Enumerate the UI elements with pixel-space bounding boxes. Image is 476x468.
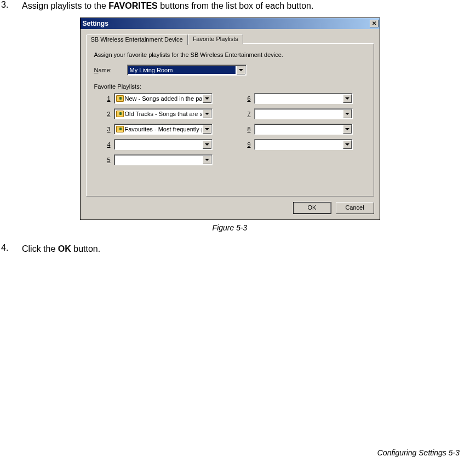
slot-number: 6 bbox=[245, 95, 251, 102]
playlist-dropdown-2[interactable]: Old Tracks - Songs that are seld bbox=[114, 108, 213, 119]
slots-container: 1New - Songs added in the past m2Old Tra… bbox=[94, 93, 366, 165]
playlist-icon bbox=[116, 110, 124, 118]
playlist-dropdown-5[interactable] bbox=[114, 154, 213, 165]
step-3-bold: FAVORITES bbox=[108, 1, 158, 10]
playlist-dropdown-6[interactable] bbox=[254, 93, 353, 104]
slot-number: 7 bbox=[245, 111, 251, 117]
slots-col-left: 1New - Songs added in the past m2Old Tra… bbox=[105, 93, 213, 165]
playlist-value: Old Tracks - Songs that are seld bbox=[114, 110, 202, 118]
dialog-figure: Settings ✕ SB Wireless Entertainment Dev… bbox=[0, 18, 460, 220]
tabs: SB Wireless Entertainment Device Favorit… bbox=[86, 33, 380, 44]
dropdown-arrow-icon[interactable] bbox=[237, 66, 245, 74]
playlist-value: Favourites - Most frequently-play bbox=[114, 125, 202, 133]
step-3-num: 3. bbox=[0, 0, 22, 10]
dropdown-arrow-icon[interactable] bbox=[343, 125, 352, 134]
favorite-playlists-label: Favorite Playlists: bbox=[94, 83, 366, 90]
step-4-text: Click the OK button. bbox=[22, 243, 460, 255]
step-4: 4. Click the OK button. bbox=[0, 243, 460, 255]
step-4-num: 4. bbox=[0, 243, 22, 253]
close-button[interactable]: ✕ bbox=[370, 20, 378, 27]
playlist-slot-6: 6 bbox=[245, 93, 353, 104]
tab-favorite-playlists[interactable]: Favorite Playlists bbox=[188, 34, 243, 44]
slot-number: 9 bbox=[245, 141, 251, 148]
dropdown-arrow-icon[interactable] bbox=[203, 140, 211, 149]
step-3: 3. Assign playlists to the FAVORITES but… bbox=[0, 0, 460, 12]
playlist-value: New - Songs added in the past m bbox=[114, 95, 202, 102]
button-row: OK Cancel bbox=[81, 202, 380, 219]
page-footer: Configuring Settings 5-3 bbox=[377, 448, 460, 457]
dropdown-arrow-icon[interactable] bbox=[203, 155, 211, 164]
playlist-icon bbox=[116, 95, 124, 102]
playlist-dropdown-3[interactable]: Favourites - Most frequently-play bbox=[114, 124, 213, 135]
step-4-bold: OK bbox=[58, 244, 71, 253]
playlist-text: Favourites - Most frequently-play bbox=[125, 126, 202, 132]
dropdown-arrow-icon[interactable] bbox=[343, 140, 352, 149]
playlist-dropdown-4[interactable] bbox=[114, 139, 213, 150]
ok-button[interactable]: OK bbox=[293, 202, 331, 214]
playlist-slot-7: 7 bbox=[245, 108, 353, 119]
step-4-pre: Click the bbox=[22, 244, 58, 253]
instruction-text: Assign your favorite playlists for the S… bbox=[94, 51, 366, 58]
slot-number: 3 bbox=[105, 126, 111, 132]
slot-number: 2 bbox=[105, 111, 111, 117]
title-text: Settings bbox=[83, 20, 370, 27]
step-3-text: Assign playlists to the FAVORITES button… bbox=[22, 0, 460, 12]
tab-body: Assign your favorite playlists for the S… bbox=[86, 43, 374, 197]
playlist-text: New - Songs added in the past m bbox=[125, 95, 202, 102]
name-label: Name: bbox=[94, 67, 127, 73]
playlist-dropdown-9[interactable] bbox=[254, 139, 353, 150]
slot-number: 4 bbox=[105, 141, 111, 148]
playlist-slot-4: 4 bbox=[105, 139, 213, 150]
slot-number: 8 bbox=[245, 126, 251, 132]
dropdown-arrow-icon[interactable] bbox=[343, 109, 352, 118]
slots-col-right: 6789 bbox=[245, 93, 353, 165]
dropdown-arrow-icon[interactable] bbox=[203, 125, 211, 134]
name-label-rest: ame: bbox=[98, 67, 111, 73]
playlist-icon bbox=[116, 125, 124, 133]
playlist-dropdown-1[interactable]: New - Songs added in the past m bbox=[114, 93, 213, 104]
name-dropdown[interactable]: My Living Room bbox=[127, 65, 246, 76]
cancel-button[interactable]: Cancel bbox=[336, 202, 374, 214]
playlist-dropdown-8[interactable] bbox=[254, 124, 353, 135]
dropdown-arrow-icon[interactable] bbox=[343, 94, 352, 103]
figure-caption: Figure 5-3 bbox=[0, 223, 460, 232]
playlist-slot-9: 9 bbox=[245, 139, 353, 150]
slot-number: 5 bbox=[105, 157, 111, 163]
playlist-dropdown-7[interactable] bbox=[254, 108, 353, 119]
name-value: My Living Room bbox=[128, 66, 236, 74]
dropdown-arrow-icon[interactable] bbox=[203, 109, 211, 118]
settings-dialog: Settings ✕ SB Wireless Entertainment Dev… bbox=[80, 18, 380, 220]
playlist-slot-5: 5 bbox=[105, 154, 213, 165]
dropdown-arrow-icon[interactable] bbox=[203, 94, 211, 103]
step-4-post: button. bbox=[71, 244, 100, 253]
playlist-slot-8: 8 bbox=[245, 124, 353, 135]
playlist-slot-1: 1New - Songs added in the past m bbox=[105, 93, 213, 104]
tab-device[interactable]: SB Wireless Entertainment Device bbox=[86, 34, 188, 45]
step-3-post: buttons from the list box of each button… bbox=[158, 1, 314, 10]
playlist-slot-3: 3Favourites - Most frequently-play bbox=[105, 124, 213, 135]
titlebar[interactable]: Settings ✕ bbox=[81, 18, 380, 29]
step-3-pre: Assign playlists to the bbox=[22, 1, 108, 10]
playlist-text: Old Tracks - Songs that are seld bbox=[125, 111, 202, 117]
playlist-slot-2: 2Old Tracks - Songs that are seld bbox=[105, 108, 213, 119]
name-row: Name: My Living Room bbox=[94, 65, 366, 76]
slot-number: 1 bbox=[105, 95, 111, 102]
